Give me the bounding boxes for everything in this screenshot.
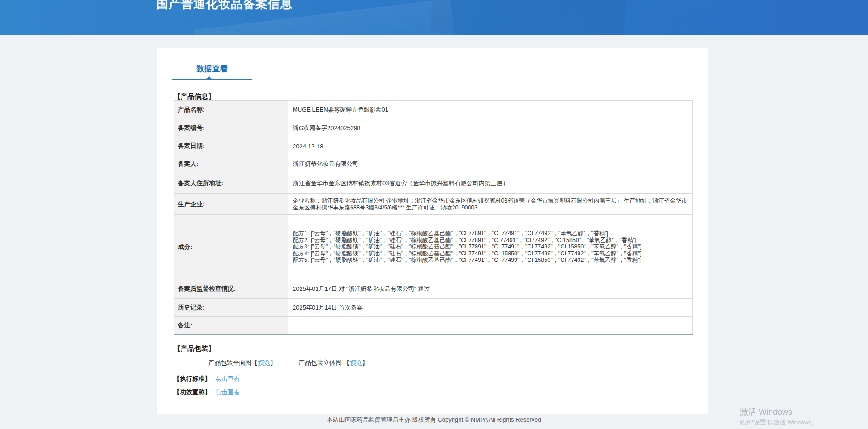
tab-data-view-label: 数据查看 (197, 64, 228, 73)
table-row: 备案编号: 浙G妆网备字2024025298 (174, 119, 693, 137)
row-value: 2024-12-18 (288, 137, 693, 155)
packaging-flat-label: 产品包装平面图 (208, 359, 252, 366)
preview-3d-link[interactable]: 预览 (350, 359, 362, 366)
bracket-close: 】 (362, 359, 369, 366)
row-label: 备案编号: (174, 119, 288, 137)
row-value: 2025年01月14日 首次备案 (288, 299, 693, 317)
efficacy-claims-label: 【功效宣称】 (174, 388, 211, 396)
table-row: 产品名称: MUGE LEEN柔雾邃眸五色眼影盘01 (174, 101, 693, 119)
tab-active-indicator-icon (206, 76, 212, 79)
content-card: 数据查看 【产品信息】 产品名称: MUGE LEEN柔雾邃眸五色眼影盘01 备… (157, 48, 708, 414)
tab-data-view[interactable]: 数据查看 (172, 63, 252, 79)
row-value: 浙江省金华市金东区傅村镇祝家村03省道旁（金华市振兴塑料有限公司内第三层） (288, 173, 693, 194)
row-label: 生产企业: (174, 194, 288, 215)
row-value-ingredients: 配方1: ["云母"，"硬脂酸镁"，"矿油"，"硅石"，"棕榈酸乙基己酯"，"C… (288, 215, 693, 279)
page-header: 国产普通化妆品备案信息 (0, 0, 868, 35)
product-info-table: 产品名称: MUGE LEEN柔雾邃眸五色眼影盘01 备案编号: 浙G妆网备字2… (174, 100, 693, 335)
table-row: 备案后监督检查情况: 2025年01月17日 对 “浙江妍希化妆品有限公司” 通… (174, 279, 693, 299)
row-value: MUGE LEEN柔雾邃眸五色眼影盘01 (288, 101, 693, 119)
bracket-open: 【 (252, 359, 258, 366)
banner-decoration (430, 0, 627, 35)
efficacy-claims-row: 【功效宣称】 点击查看 (174, 388, 240, 396)
row-value (288, 317, 693, 335)
row-label: 备案人: (174, 155, 288, 173)
view-standard-link[interactable]: 点击查看 (215, 375, 240, 383)
view-claims-link[interactable]: 点击查看 (215, 388, 240, 396)
executive-standard-row: 【执行标准】 点击查看 (174, 375, 240, 383)
row-label: 备注: (174, 317, 288, 335)
table-row: 备案人住所地址: 浙江省金华市金东区傅村镇祝家村03省道旁（金华市振兴塑料有限公… (174, 173, 693, 194)
tab-bar: 数据查看 (172, 63, 692, 79)
row-value: 浙江妍希化妆品有限公司 (288, 155, 693, 173)
row-value: 企业名称：浙江妍希化妆品有限公司 企业地址：浙江省金华市金东区傅村镇祝家村03省… (288, 194, 693, 215)
table-row: 备注: (174, 317, 693, 335)
row-value: 2025年01月17日 对 “浙江妍希化妆品有限公司” 通过 (288, 279, 693, 299)
bracket-open: 【 (344, 359, 350, 366)
row-value: 浙G妆网备字2024025298 (288, 119, 693, 137)
table-row: 历史记录: 2025年01月14日 首次备案 (174, 299, 693, 317)
packaging-item-3d: 产品包装立体图 【预览】 (299, 359, 369, 367)
row-label: 成分: (174, 215, 288, 279)
row-label: 备案日期: (174, 137, 288, 155)
table-row: 生产企业: 企业名称：浙江妍希化妆品有限公司 企业地址：浙江省金华市金东区傅村镇… (174, 194, 693, 215)
packaging-row: 产品包装平面图【预览】 产品包装立体图 【预览】 (208, 359, 369, 367)
row-label: 备案后监督检查情况: (174, 279, 288, 299)
footer-copyright: 本站由国家药品监督管理局主办 版权所有 Copyright © NMPA All… (0, 416, 868, 424)
section-title-packaging: 【产品包装】 (174, 344, 215, 353)
row-label: 产品名称: (174, 101, 288, 119)
table-row: 备案日期: 2024-12-18 (174, 137, 693, 155)
table-row: 成分: 配方1: ["云母"，"硬脂酸镁"，"矿油"，"硅石"，"棕榈酸乙基己酯… (174, 215, 693, 279)
packaging-3d-label: 产品包装立体图 (299, 359, 344, 366)
row-label: 备案人住所地址: (174, 173, 288, 194)
bracket-close: 】 (270, 359, 277, 366)
table-row: 备案人: 浙江妍希化妆品有限公司 (174, 155, 693, 173)
row-label: 历史记录: (174, 299, 288, 317)
executive-standard-label: 【执行标准】 (174, 375, 211, 383)
preview-flat-link[interactable]: 预览 (258, 359, 270, 366)
page-title: 国产普通化妆品备案信息 (156, 0, 293, 12)
packaging-item-flat: 产品包装平面图【预览】 (208, 359, 277, 367)
